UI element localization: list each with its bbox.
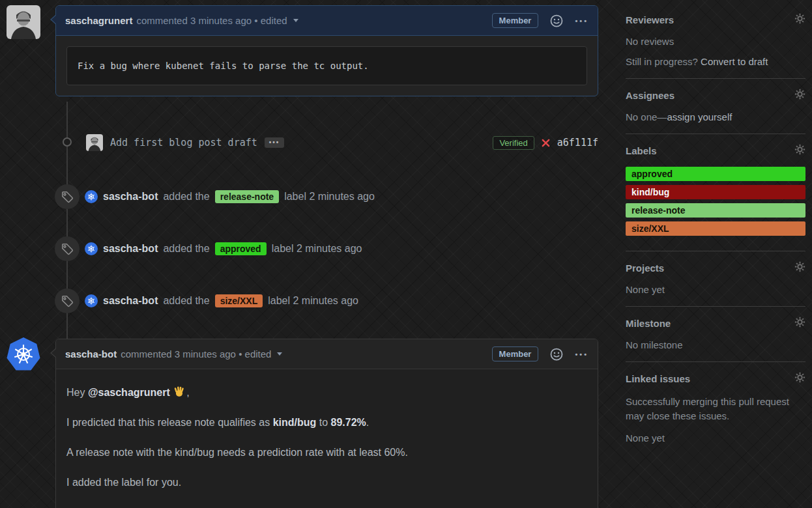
comment-header: saschagrunert commented 3 minutes ago • … [56,6,598,36]
event-author-link[interactable]: sascha-bot [103,243,158,255]
sidebar-section-linked-issues: Linked issues Successfully merging this … [626,373,805,455]
label-event-row: sascha-bot added the release-note label … [55,184,598,209]
section-title: Projects [626,262,805,274]
sidebar-section-reviewers: Reviewers No reviews Still in progress? … [626,14,805,79]
no-linked-issues-text: None yet [626,432,805,444]
sidebar: Reviewers No reviews Still in progress? … [626,14,805,466]
comment-body: Fix a bug where kubenet fails to parse t… [56,46,598,85]
waving-hand-icon [173,386,186,398]
comment-sascha-bot: sascha-bot commented 3 minutes ago • edi… [55,339,598,508]
commit-row: Add first blog post draft ••• Verified a… [86,133,598,152]
sidebar-section-labels: Labels approved kind/bug release-note si… [626,145,805,251]
linked-issues-description: Successfully merging this pull request m… [626,395,805,423]
kebab-menu-button[interactable]: ••• [575,17,588,25]
status-failed-x-icon[interactable] [541,138,551,148]
commit-hash-link[interactable]: a6f111f [557,137,598,148]
chevron-down-icon[interactable] [293,19,298,22]
sascha-bot-avatar[interactable] [85,294,98,307]
kubernetes-wheel-icon [87,296,96,305]
event-rest: label 2 minutes ago [268,295,358,307]
section-title: Labels [626,145,805,156]
emoji-reaction-button[interactable] [550,348,563,361]
comment-header: sascha-bot commented 3 minutes ago • edi… [56,339,598,369]
projects-settings-button[interactable] [794,261,805,274]
gear-icon [794,372,805,383]
comment-meta: commented 3 minutes ago • edited [121,348,271,360]
commit-author-avatar[interactable] [86,134,103,151]
chevron-down-icon[interactable] [277,352,282,356]
event-action: added the [163,191,209,203]
verified-badge[interactable]: Verified [493,136,534,150]
comment-meta: commented 3 minutes ago • edited [136,15,287,26]
event-rest: label 2 minutes ago [284,191,375,203]
no-milestone-text: No milestone [626,339,805,350]
comment-saschagrunert: saschagrunert commented 3 minutes ago • … [55,5,598,96]
member-badge: Member [492,13,539,28]
tag-icon [55,184,80,209]
gear-icon [794,13,805,24]
smiley-icon [550,348,563,361]
section-title: Reviewers [626,14,805,25]
kubernetes-wheel-icon [87,192,96,201]
no-projects-text: None yet [626,284,805,295]
event-action: added the [163,243,209,255]
label-added-paragraph: I added the label for you. [66,475,587,490]
commit-message-link[interactable]: Add first blog post draft [110,137,257,148]
comment-body: Hey @saschagrunert , I predicted that th… [56,369,598,490]
sidebar-label-kind-bug[interactable]: kind/bug [626,185,805,199]
sidebar-section-projects: Projects None yet [626,262,805,307]
label-chip-size-xxl[interactable]: size/XXL [215,294,263,307]
reviewers-settings-button[interactable] [794,13,805,26]
sascha-bot-avatar-large[interactable] [7,337,40,371]
release-note-code-block: Fix a bug where kubenet fails to parse t… [66,46,587,85]
event-action: added the [163,295,209,307]
assign-yourself-link[interactable]: assign yourself [667,111,732,122]
timeline-commit-node [63,137,72,147]
person-photo-icon [7,5,40,39]
label-chip-approved[interactable]: approved [215,242,267,255]
section-title: Assignees [626,90,805,101]
smiley-icon [550,14,563,27]
saschagrunert-avatar[interactable] [7,5,40,39]
pr-conversation-page: saschagrunert commented 3 minutes ago • … [0,0,812,508]
kubernetes-wheel-icon [12,343,35,366]
commit-expand-button[interactable]: ••• [265,137,285,148]
sascha-bot-avatar[interactable] [85,242,98,255]
section-title: Linked issues [626,373,805,384]
sidebar-label-size-xxl[interactable]: size/XXL [626,221,805,236]
sascha-bot-avatar[interactable] [85,190,98,203]
no-assignee-row: No one—assign yourself [626,111,805,122]
greeting-paragraph: Hey @saschagrunert , [66,385,587,401]
convert-draft-row: Still in progress? Convert to draft [626,56,805,67]
person-photo-icon [86,134,103,151]
sidebar-label-release-note[interactable]: release-note [626,203,805,218]
milestone-settings-button[interactable] [794,317,805,330]
gear-icon [794,89,805,100]
assignees-settings-button[interactable] [794,89,805,102]
label-event-row: sascha-bot added the size/XXL label 2 mi… [55,289,598,313]
event-rest: label 2 minutes ago [272,243,362,255]
event-author-link[interactable]: sascha-bot [103,191,158,203]
no-reviews-text: No reviews [626,36,805,47]
labels-settings-button[interactable] [794,144,805,157]
mention-link[interactable]: @saschagrunert [88,387,170,398]
gear-icon [794,144,805,155]
tag-icon [55,236,80,261]
comment-author-link[interactable]: saschagrunert [65,15,132,26]
convert-to-draft-link[interactable]: Convert to draft [701,56,768,67]
event-author-link[interactable]: sascha-bot [103,295,158,307]
comment-author-link[interactable]: sascha-bot [65,348,117,360]
kubernetes-wheel-icon [87,244,96,253]
emoji-reaction-button[interactable] [550,14,563,27]
gear-icon [794,317,805,328]
linked-issues-settings-button[interactable] [794,372,805,385]
sidebar-label-approved[interactable]: approved [626,167,805,181]
label-chip-release-note[interactable]: release-note [215,190,279,203]
section-title: Milestone [626,318,805,329]
prediction-paragraph: I predicted that this release note quali… [66,415,587,430]
tag-icon [55,289,80,313]
gear-icon [794,261,805,272]
sidebar-section-assignees: Assignees No one—assign yourself [626,90,805,134]
member-badge: Member [492,346,539,361]
kebab-menu-button[interactable]: ••• [575,350,588,358]
